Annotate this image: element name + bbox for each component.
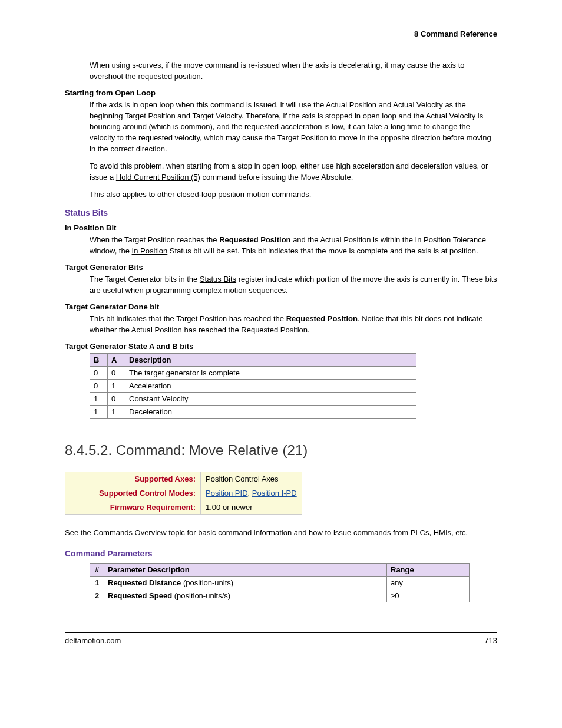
- col-a: A: [108, 353, 125, 366]
- cell: any: [387, 577, 470, 589]
- col-num: #: [90, 564, 104, 577]
- cell: 1: [108, 379, 125, 392]
- cell: Acceleration: [125, 379, 416, 392]
- footer-right: 713: [484, 636, 497, 645]
- link-in-position-tolerance[interactable]: In Position Tolerance: [415, 235, 486, 244]
- body-text: When using s-curves, if the move command…: [90, 60, 497, 83]
- text: ,: [248, 489, 252, 498]
- info-row: Firmware Requirement: 1.00 or newer: [65, 500, 302, 514]
- subheading-open-loop: Starting from Open Loop: [65, 88, 497, 97]
- cell: 0: [90, 379, 108, 392]
- cell: 0: [108, 392, 125, 405]
- link-commands-overview[interactable]: Commands Overview: [93, 528, 166, 537]
- subheading-tg-state-ab: Target Generator State A and B bits: [65, 342, 497, 351]
- table-row: 1 Requested Distance (position-units) an…: [90, 577, 470, 589]
- cell: 0: [90, 366, 108, 379]
- text: window, the: [90, 246, 132, 255]
- body-text: This also applies to other closed-loop p…: [90, 189, 497, 200]
- subheading-tg-done: Target Generator Done bit: [65, 302, 497, 311]
- subheading-in-position: In Position Bit: [65, 223, 497, 232]
- text: This bit indicates that the Target Posit…: [90, 314, 286, 323]
- command-info-box: Supported Axes: Position Control Axes Su…: [65, 472, 302, 515]
- body-text: When the Target Position reaches the Req…: [90, 235, 497, 257]
- param-units: (position-units): [181, 578, 233, 587]
- info-value: 1.00 or newer: [201, 500, 302, 514]
- col-range: Range: [387, 564, 470, 577]
- text-bold: Requested Position: [286, 314, 358, 323]
- cell: 1: [108, 405, 125, 418]
- cell: 1: [90, 405, 108, 418]
- param-table: # Parameter Description Range 1 Requeste…: [90, 563, 470, 602]
- table-row: 0 1 Acceleration: [90, 379, 416, 392]
- text: topic for basic command information and …: [167, 528, 468, 537]
- link-position-pid[interactable]: Position PID: [206, 489, 248, 498]
- body-text: See the Commands Overview topic for basi…: [65, 528, 497, 539]
- col-desc: Parameter Description: [104, 564, 387, 577]
- cell: 0: [108, 366, 125, 379]
- text: When the Target Position reaches the: [90, 235, 219, 244]
- page: 8 Command Reference When using s-curves,…: [0, 0, 562, 668]
- col-desc: Description: [125, 353, 416, 366]
- body-text: If the axis is in open loop when this co…: [90, 100, 497, 155]
- table-row: 1 0 Constant Velocity: [90, 392, 416, 405]
- link-hold-current-position[interactable]: Hold Current Position (5): [116, 173, 200, 182]
- info-label: Supported Axes:: [65, 472, 201, 486]
- cell: Constant Velocity: [125, 392, 416, 405]
- body-text: This bit indicates that the Target Posit…: [90, 314, 497, 336]
- col-b: B: [90, 353, 108, 366]
- table-row: 0 0 The target generator is complete: [90, 366, 416, 379]
- footer-left: deltamotion.com: [65, 636, 121, 645]
- text: The Target Generator bits in the: [90, 275, 200, 284]
- cell: The target generator is complete: [125, 366, 416, 379]
- body-text: The Target Generator bits in the Status …: [90, 274, 497, 297]
- cell: Deceleration: [125, 405, 416, 418]
- table-row: 2 Requested Speed (position-units/s) ≥0: [90, 589, 470, 602]
- info-row: Supported Axes: Position Control Axes: [65, 472, 302, 486]
- text: command before issuing the Move Absolute…: [200, 173, 353, 182]
- heading-status-bits: Status Bits: [65, 208, 497, 218]
- body-text: To avoid this problem, when starting fro…: [90, 161, 497, 183]
- param-name: Requested Speed: [108, 591, 172, 600]
- info-label: Supported Control Modes:: [65, 486, 201, 500]
- cell: 1: [90, 392, 108, 405]
- cell: 1: [90, 577, 104, 589]
- heading-command-move-relative: 8.4.5.2. Command: Move Relative (21): [65, 442, 497, 459]
- link-position-ipd[interactable]: Position I-PD: [252, 489, 297, 498]
- text: Status bit will be set. This bit indicat…: [167, 246, 478, 255]
- cell: 2: [90, 589, 104, 602]
- param-name: Requested Distance: [108, 578, 181, 587]
- info-row: Supported Control Modes: Position PID, P…: [65, 486, 302, 500]
- table-row: 1 1 Deceleration: [90, 405, 416, 418]
- table-header-row: B A Description: [90, 353, 416, 366]
- state-table: B A Description 0 0 The target generator…: [90, 353, 416, 419]
- info-label: Firmware Requirement:: [65, 500, 201, 514]
- table-header-row: # Parameter Description Range: [90, 564, 470, 577]
- info-value: Position Control Axes: [201, 472, 302, 486]
- cell: Requested Distance (position-units): [104, 577, 387, 589]
- text: and the Actual Position is within the: [291, 235, 415, 244]
- text-bold: Requested Position: [219, 235, 290, 244]
- info-value: Position PID, Position I-PD: [201, 486, 302, 500]
- cell: Requested Speed (position-units/s): [104, 589, 387, 602]
- heading-command-parameters: Command Parameters: [65, 549, 497, 558]
- subheading-tg-bits: Target Generator Bits: [65, 263, 497, 272]
- header-rule: [65, 42, 497, 42]
- param-units: (position-units/s): [172, 591, 230, 600]
- link-in-position[interactable]: In Position: [132, 246, 168, 255]
- page-footer: deltamotion.com 713: [65, 632, 497, 645]
- cell: ≥0: [387, 589, 470, 602]
- link-status-bits[interactable]: Status Bits: [200, 275, 236, 284]
- text: See the: [65, 528, 93, 537]
- page-header: 8 Command Reference: [65, 29, 497, 38]
